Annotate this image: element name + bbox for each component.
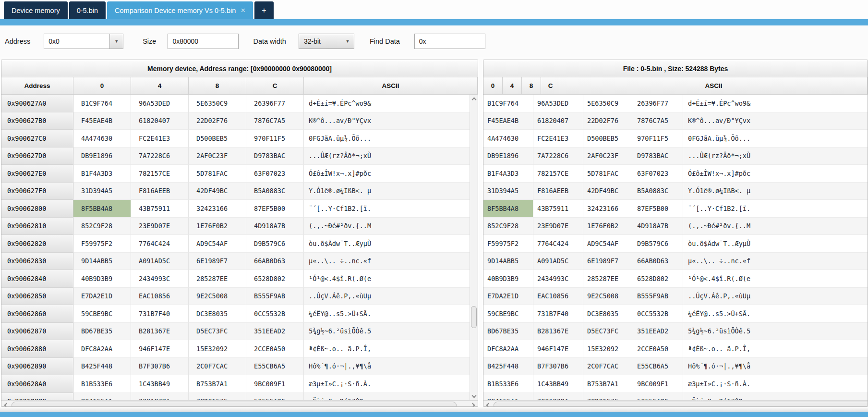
hex-cell[interactable]: 38D06E7E (189, 393, 246, 401)
address-cell[interactable]: 0x90062860 (1, 305, 73, 323)
hex-cell[interactable]: B7F307B6 (533, 358, 583, 376)
hex-cell[interactable]: B555F9AB (633, 288, 683, 306)
ascii-cell[interactable]: ~Ëùú.0..Ð(67^Ð (683, 393, 868, 401)
address-cell[interactable]: 0x900628A0 (1, 375, 73, 393)
hex-cell[interactable]: 22D02F76 (583, 112, 633, 130)
hex-cell[interactable]: 42DF49BC (189, 183, 246, 200)
hex-cell[interactable]: 351EEAD2 (633, 323, 683, 341)
hex-cell[interactable]: A091AD5C (131, 253, 189, 270)
address-cell[interactable]: 0x90062820 (1, 235, 73, 253)
hex-cell[interactable]: 852C9F28 (483, 218, 533, 235)
ascii-cell[interactable]: d÷É±í=¥.ÉPc^wo9& (683, 95, 868, 112)
data-width-select[interactable]: 32-bit ▼ (299, 34, 354, 49)
hex-cell[interactable]: B7F307B6 (131, 358, 189, 376)
address-combobox[interactable]: 0x0 ▼ (44, 34, 123, 49)
hex-cell[interactable]: B753B7A1 (583, 375, 633, 393)
hex-cell[interactable]: 63F07023 (246, 165, 304, 183)
ascii-cell[interactable]: 5¾g½~6.²üsìÕÒê.5 (304, 323, 478, 341)
hex-cell[interactable]: E55CB6A5 (246, 358, 304, 376)
hex-cell[interactable]: 32423166 (583, 200, 633, 218)
hex-cell[interactable]: 1C43BB49 (131, 375, 189, 393)
scroll-down-button[interactable] (470, 392, 478, 400)
hex-cell[interactable]: E55CB6A5 (633, 358, 683, 376)
ascii-cell[interactable]: (.,.~Ðé#²ðv.{..M (304, 218, 478, 235)
ascii-cell[interactable]: 0FGJãA.üµ¾.Õõ... (683, 130, 868, 147)
hex-cell[interactable]: 8F5BB4A8 (73, 200, 131, 218)
hex-cell[interactable]: 1E76F0B2 (189, 218, 246, 235)
hex-cell[interactable]: 731B7F40 (131, 305, 189, 323)
hex-cell[interactable]: F59975F2 (483, 235, 533, 253)
hex-cell[interactable]: 731B7F40 (533, 305, 583, 323)
tab-comparison[interactable]: Comparison Device memory Vs 0-5.bin× (107, 1, 253, 19)
ascii-cell[interactable]: ...ÛÆ(rz?Âð*¬;xÙ (683, 147, 868, 165)
hex-cell[interactable]: B555F9AB (246, 288, 304, 306)
ascii-cell[interactable]: µ«..\.. ÷..nc.«f (683, 253, 868, 270)
hex-cell[interactable]: D5EC73FC (189, 323, 246, 341)
hex-cell[interactable]: D9B579C6 (246, 235, 304, 253)
hex-cell[interactable]: 6E1989F7 (583, 253, 633, 270)
hex-cell[interactable]: 61820407 (533, 112, 583, 130)
ascii-cell[interactable]: K®^ô...av/Ð"¥Çvx (304, 112, 478, 130)
hex-cell[interactable]: B1C9F764 (73, 95, 131, 112)
hex-cell[interactable]: 946F147E (533, 340, 583, 358)
address-cell[interactable]: 0x90062870 (1, 323, 73, 341)
hex-cell[interactable]: 1E76F0B2 (583, 218, 633, 235)
tab-0-5-bin[interactable]: 0-5.bin (69, 1, 106, 19)
horizontal-scrollbar[interactable] (483, 400, 868, 407)
tab-new[interactable]: + (254, 1, 273, 19)
hex-cell[interactable]: 9BC009F1 (633, 375, 683, 393)
hex-cell[interactable]: 40B9D3B9 (483, 270, 533, 288)
address-cell[interactable]: 0x90062890 (1, 358, 73, 376)
hex-cell[interactable]: 300183BA (533, 393, 583, 401)
address-cell[interactable]: 0x90062880 (1, 340, 73, 358)
ascii-cell[interactable]: òu.õ$Ädw¯T..ÆyµÙ (304, 235, 478, 253)
hex-cell[interactable]: 6528D802 (633, 270, 683, 288)
hex-cell[interactable]: D9783BAC (633, 147, 683, 165)
ascii-cell[interactable]: Hô%´¶.ó·¬|.,¥¶\å (304, 358, 478, 376)
hex-cell[interactable]: 26396F77 (246, 95, 304, 112)
address-cell[interactable]: 0x900627A0 (1, 95, 73, 112)
hex-cell[interactable]: 43B75911 (533, 200, 583, 218)
hex-cell[interactable]: AD9C54AF (583, 235, 633, 253)
hex-cell[interactable]: 5D781FAC (583, 165, 633, 183)
hex-cell[interactable]: 9D14ABB5 (483, 253, 533, 270)
ascii-cell[interactable]: ..ÚçV.Áê.P,.«ùUµ (683, 288, 868, 306)
hex-cell[interactable]: E7DA2E1D (483, 288, 533, 306)
address-cell[interactable]: 0x90062850 (1, 288, 73, 306)
hex-cell[interactable]: DFC8A2AA (483, 340, 533, 358)
hex-cell[interactable]: 15E32092 (189, 340, 246, 358)
hex-cell[interactable]: 0CC5532B (246, 305, 304, 323)
hex-cell[interactable]: D500BEB5 (583, 130, 633, 147)
hex-cell[interactable]: 96A53DED (533, 95, 583, 112)
hex-cell[interactable]: 2AF0C23F (583, 147, 633, 165)
address-cell[interactable]: 0x900627E0 (1, 165, 73, 183)
hex-cell[interactable]: B1B533E6 (483, 375, 533, 393)
hex-cell[interactable]: EAC10856 (131, 288, 189, 306)
hex-cell[interactable]: DC3E8035 (583, 305, 633, 323)
address-cell[interactable]: 0x900627F0 (1, 183, 73, 200)
hex-cell[interactable]: DFC8A2AA (73, 340, 131, 358)
address-cell[interactable]: 0x900628B0 (1, 393, 73, 401)
hex-cell[interactable]: 15E32092 (583, 340, 633, 358)
hex-cell[interactable]: 970F11F5 (633, 130, 683, 147)
horizontal-scrollbar-thumb[interactable] (494, 402, 868, 407)
hex-cell[interactable]: 2AF0C23F (189, 147, 246, 165)
hex-cell[interactable]: 23E9D07E (533, 218, 583, 235)
hex-cell[interactable]: 9E2C5008 (189, 288, 246, 306)
ascii-cell[interactable]: ~Ëùú.0..Ð(67^Ð (304, 393, 478, 401)
hex-cell[interactable]: 782157CE (131, 165, 189, 183)
size-input[interactable] (168, 34, 239, 49)
hex-cell[interactable]: B1F4A3D3 (483, 165, 533, 183)
hex-cell[interactable]: F816AEEB (533, 183, 583, 200)
scroll-right-button[interactable] (469, 401, 478, 407)
hex-cell[interactable]: F59975F2 (73, 235, 131, 253)
hex-cell[interactable]: 6528D802 (246, 270, 304, 288)
hex-cell[interactable]: 96A53DED (131, 95, 189, 112)
hex-cell[interactable]: 4D918A7B (246, 218, 304, 235)
hex-cell[interactable]: 5E6350C9 (583, 95, 633, 112)
ascii-cell[interactable]: ª¢Èß~.o.. ã.P.Î, (683, 340, 868, 358)
hex-cell[interactable]: 50F5FA26 (633, 393, 683, 401)
hex-cell[interactable]: D9B579C6 (633, 235, 683, 253)
hex-cell[interactable]: 31D394A5 (483, 183, 533, 200)
hex-cell[interactable]: 40B9D3B9 (73, 270, 131, 288)
